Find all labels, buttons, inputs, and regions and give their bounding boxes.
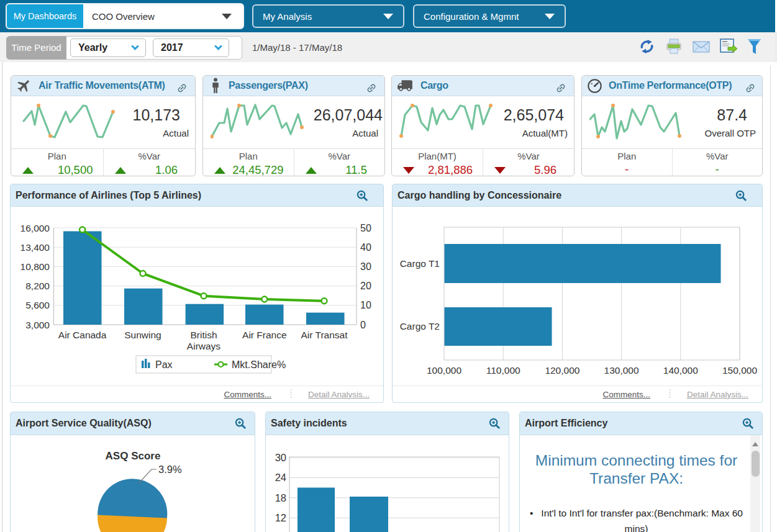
svg-text:Air Canada: Air Canada [58, 330, 107, 340]
svg-text:Sunwing: Sunwing [124, 330, 161, 340]
svg-text:24: 24 [275, 472, 286, 483]
svg-text:20: 20 [360, 281, 371, 291]
svg-text:30: 30 [360, 261, 371, 272]
svg-text:140,000: 140,000 [663, 365, 698, 376]
svg-text:Air Transat: Air Transat [301, 330, 348, 340]
svg-text:10: 10 [360, 300, 371, 310]
svg-text:Cargo T1: Cargo T1 [400, 258, 440, 269]
svg-text:130,000: 130,000 [604, 365, 639, 376]
svg-text:ASQ Score: ASQ Score [106, 450, 161, 462]
svg-text:12: 12 [275, 512, 286, 523]
svg-text:30: 30 [275, 452, 286, 463]
svg-text:16,000: 16,000 [20, 223, 50, 233]
svg-text:110,000: 110,000 [486, 365, 520, 376]
svg-text:120,000: 120,000 [545, 365, 579, 376]
svg-text:3.9%: 3.9% [158, 464, 182, 475]
svg-text:British: British [190, 330, 217, 340]
svg-text:Cargo T2: Cargo T2 [400, 321, 440, 331]
svg-text:13,400: 13,400 [20, 242, 50, 253]
svg-text:150,000: 150,000 [722, 365, 757, 376]
svg-text:5,600: 5,600 [25, 300, 50, 310]
svg-text:18: 18 [275, 492, 286, 503]
svg-text:3,000: 3,000 [25, 320, 50, 330]
svg-text:Airways: Airways [187, 341, 221, 351]
svg-text:100,000: 100,000 [427, 365, 461, 376]
svg-text:8,200: 8,200 [25, 281, 50, 291]
svg-text:10,800: 10,800 [20, 261, 50, 272]
svg-text:Air France: Air France [242, 330, 287, 340]
svg-text:Pax: Pax [155, 359, 173, 370]
svg-text:Mkt.Share%: Mkt.Share% [232, 359, 286, 370]
svg-text:50: 50 [360, 223, 371, 233]
svg-text:40: 40 [360, 242, 371, 253]
svg-text:0: 0 [360, 320, 366, 330]
